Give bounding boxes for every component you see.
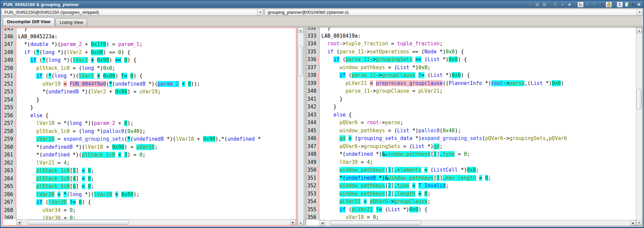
c-source-icon[interactable]: C [617,2,623,7]
code-text[interactable]: } [16,96,296,104]
next-function-icon[interactable]: f↓ [585,2,591,7]
code-text[interactable]: lVar39 = 4; [320,158,636,167]
code-text[interactable]: } [16,28,296,33]
close-icon[interactable]: ✕ [636,2,642,7]
code-text[interactable]: plStack_1c0[6] = 0; [16,183,296,191]
scroll-left-icon[interactable]: ◀ [320,220,325,226]
code-text[interactable]: *(double *)(param_2 + 0x1f8) = param_1; [16,41,296,49]
code-text[interactable]: } [320,28,636,32]
line-number: 334 [306,40,318,48]
line-number: 251 [3,72,15,80]
prev-function-icon[interactable]: f↑ [592,2,598,7]
code-text[interactable]: lVar18 = *(long *)(param_2 + 8); [16,120,296,128]
code-text[interactable]: if (parse_11->setOperations == (Node *)0… [320,48,636,56]
code-text[interactable]: plStack_1c0 = (long *)palloc0(0x40); [16,128,296,136]
code-text[interactable]: *(undefined8 *)&window_pathkeys[1].max_l… [320,174,636,182]
code-text[interactable]: if (parse_11->groupingSets == (List *)0x… [320,56,636,64]
code-text[interactable]: } [16,104,296,112]
scroll-down-icon[interactable]: ▼ [636,220,642,225]
apply-markup-up-icon[interactable]: ▦ [541,2,547,7]
code-line: 342 } [306,103,636,111]
scroll-left-icon[interactable]: ◀ [16,220,22,225]
code-text[interactable]: plStack_1c0[4] = 0; [16,175,296,183]
code-text[interactable]: uVar34 = 0; [16,207,296,215]
line-number: 267 [3,198,15,207]
code-text[interactable]: uVar19 = FUN_0044f8e0(*(undefined8 *)(pa… [16,80,296,88]
code-text[interactable]: LAB_0045223a: [16,33,296,41]
left-horizontal-scrollbar[interactable]: ◀ ▶ [16,219,296,225]
lock-scroll-icon[interactable] [606,2,612,7]
code-text[interactable]: *(undefined8 *)(lVar18 + 0x90) = uVar19; [16,143,296,151]
diamond-icon[interactable]: ◆ [566,2,572,7]
right-code-area[interactable]: 332 }333LAB_0010419a:334 root->tuple_fra… [306,28,636,220]
scroll-up-icon[interactable]: ▲ [298,28,304,33]
right-horizontal-scrollbar[interactable]: ◀ ▶ [320,220,636,226]
code-line: 260 *(undefined8 *)(lVar18 + 0x90) = uVa… [3,143,296,151]
binary-listing-icon[interactable]: 10 01 [552,2,558,7]
dropdown-arrow-icon[interactable]: ▼ [631,2,635,7]
code-text[interactable]: else { [320,111,636,119]
code-text[interactable]: pLVar21 = preprocess_groupclause((Planne… [320,80,636,88]
code-text[interactable]: *(undefined8 *)(lVar2 + 0x80) = uVar19; [16,88,296,96]
left-vertical-scrollbar[interactable]: ▲ ▼ [297,27,304,226]
code-text[interactable]: window_pathkeys = (List *)0x0; [320,64,636,72]
code-text[interactable]: lVar21 = 4; [16,159,296,167]
view-options-menu-icon[interactable]: ≡▾ [527,2,533,7]
code-text[interactable]: *(undefined *)&window_pathkeys[1].type =… [320,150,636,158]
dot-filled-icon[interactable]: ● [559,2,565,7]
line-number: 356 [306,214,318,220]
code-line: 249 if (*(long *)(lVar2 + 0x90) == 0) { [3,56,296,64]
export-document-icon[interactable] [624,2,630,7]
code-line: 252 uVar19 = FUN_0044f8e0(*(undefined8 *… [3,80,296,88]
code-text[interactable]: window_pathkeys[2].type = T_Invalid; [320,182,636,190]
code-text[interactable]: else { [16,112,296,120]
left-code-area[interactable]: 245 }246LAB_0045223a:247 *(double *)(par… [3,28,296,219]
code-text[interactable]: } [320,95,636,103]
cursor-arrow-icon[interactable] [578,2,584,7]
code-text[interactable]: iVar30 = 0; [16,214,296,219]
code-text[interactable]: pQVar6 = root->parse; [320,119,636,127]
left-function-selector[interactable]: FUN_00452150@00452150 (/postgres_strippe… [1,9,263,16]
comparison-content: 245 }246LAB_0045223a:247 *(double *)(par… [1,26,643,227]
h-scroll-thumb[interactable] [330,221,421,225]
scroll-down-icon[interactable]: ▼ [298,220,304,226]
code-text[interactable]: if (*(long *)(lVar2 + 0xd8) == 0) { [16,49,296,57]
remove-function-icon[interactable]: f× [599,2,605,7]
chevron-down-icon[interactable]: ▼ [257,9,263,15]
v-scroll-thumb[interactable] [637,89,642,109]
code-text[interactable]: gd = (grouping_sets_data *)expand_groupi… [320,135,636,143]
code-text[interactable]: LAB_0010419a: [320,32,636,40]
code-text[interactable]: window_pathkeys[2].length = 0; [320,190,636,198]
h-scroll-thumb[interactable] [27,220,129,225]
v-scroll-thumb[interactable] [298,46,303,77]
code-text[interactable]: if (parse_11->groupClause != (List *)0x0… [320,72,636,80]
tab-decompiler-diff-view[interactable]: Decompiler Diff View [3,17,55,26]
code-text[interactable]: lVar20 = *(long *)(lVar18 + 0x80); [16,191,296,199]
code-text[interactable]: uVar19 = expand_grouping_sets(*(undefine… [16,135,296,143]
scroll-right-icon[interactable]: ▶ [290,220,296,225]
code-text[interactable]: if (lVar20 != 0) { [16,198,296,207]
tab-listing-view[interactable]: Listing View [55,18,87,26]
code-text[interactable]: parse_11->groupClause = pLVar21; [320,87,636,95]
code-text[interactable]: if (pLVar21 != (List *)0x0) { [320,206,636,214]
code-text[interactable]: plStack_1c0 = (long *)0x0; [16,64,296,73]
line-number: 257 [3,120,15,128]
right-function-selector[interactable]: grouping_planner@001040b0 (/planner.o) ▼ [265,9,643,16]
code-text[interactable]: root->tuple_fraction = tuple_fraction; [320,40,636,48]
code-text[interactable]: window_pathkeys[1].elements = (ListCell … [320,166,636,174]
chevron-down-icon[interactable]: ▼ [637,9,642,15]
code-text[interactable]: window_pathkeys = (List *)palloc0(0x40); [320,127,636,135]
code-text[interactable]: uVar18 = 0; [320,214,636,220]
code-text[interactable]: } [320,103,636,111]
code-text[interactable]: if (*(long *)(lVar2 + 0x80) != 0) { [16,72,296,80]
right-vertical-scrollbar[interactable]: ▲ ▼ [636,28,642,226]
scroll-right-icon[interactable]: ▶ [631,220,636,226]
code-text[interactable]: plStack_1c0[5] = 0; [16,167,296,175]
code-line: 349 lVar39 = 4; [306,158,636,167]
code-text[interactable]: pLVar21 = pQVar6->groupClause; [320,198,636,206]
scroll-up-icon[interactable]: ▲ [636,28,642,33]
apply-markup-down-icon[interactable]: ▦ [534,2,540,7]
code-text[interactable]: *(undefined *)(plStack_1c0 + 3) = 0; [16,151,296,159]
code-text[interactable]: pQVar6->groupingSets = (List *)gd; [320,143,636,151]
code-text[interactable]: if (*(long *)(lVar2 + 0x90) == 0) { [16,56,296,64]
